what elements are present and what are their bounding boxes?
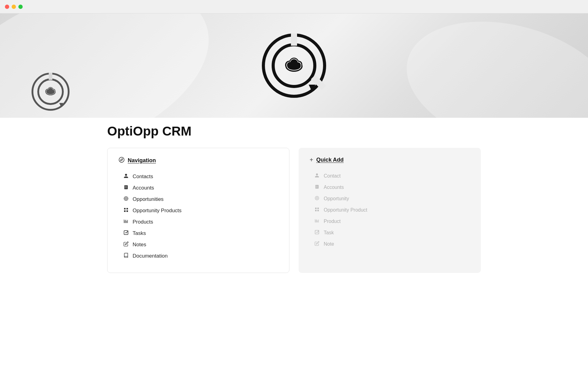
nav-item-opportunities[interactable]: Opportunities	[119, 194, 278, 205]
nav-item-documentation[interactable]: Documentation	[119, 250, 278, 262]
quick-add-title: Quick Add	[316, 157, 344, 163]
hero-logo-large	[260, 32, 328, 99]
quick-contact-label: Contact	[324, 173, 341, 179]
svg-rect-46	[124, 231, 128, 235]
title-bar	[0, 0, 588, 13]
contacts-label: Contacts	[133, 174, 153, 180]
quick-task-icon	[314, 230, 320, 236]
notes-icon	[123, 241, 129, 248]
tasks-icon	[123, 230, 129, 236]
nav-item-products[interactable]: Products	[119, 216, 278, 228]
quick-add-opportunity[interactable]: Opportunity	[310, 193, 470, 204]
svg-rect-19	[49, 73, 52, 80]
nav-item-tasks[interactable]: Tasks	[119, 228, 278, 239]
svg-point-47	[315, 196, 319, 200]
quick-add-note[interactable]: Note	[310, 238, 470, 250]
documentation-icon	[123, 253, 129, 259]
page-title: OptiOpp CRM	[104, 118, 484, 148]
svg-rect-51	[317, 219, 317, 222]
nav-item-accounts[interactable]: Accounts	[119, 182, 278, 194]
quick-accounts-icon	[314, 184, 320, 190]
quick-add-accounts[interactable]: Accounts	[310, 182, 470, 193]
products-label: Products	[133, 219, 153, 225]
svg-rect-52	[317, 220, 318, 223]
svg-rect-42	[125, 220, 125, 223]
svg-rect-54	[315, 230, 319, 234]
svg-point-48	[316, 197, 318, 199]
quick-add-header: + Quick Add	[310, 156, 470, 163]
nav-card-header: Navigation	[119, 157, 278, 164]
quick-product-icon	[314, 218, 320, 224]
documentation-label: Documentation	[133, 253, 168, 259]
svg-rect-50	[316, 220, 316, 222]
quick-add-opportunity-product[interactable]: Opportunity Product	[310, 204, 470, 216]
logo-svg-large	[260, 32, 328, 99]
quick-note-icon	[314, 241, 320, 247]
quick-task-label: Task	[324, 230, 334, 236]
quick-product-label: Product	[324, 219, 341, 224]
close-button[interactable]	[5, 5, 9, 9]
quick-opp-product-label: Opportunity Product	[324, 207, 367, 213]
svg-rect-44	[126, 221, 126, 223]
quick-opportunity-label: Opportunity	[324, 196, 349, 201]
quick-add-card: + Quick Add Contact Accoun	[299, 148, 481, 273]
navigation-icon	[119, 157, 125, 164]
plus-icon: +	[310, 156, 313, 163]
notes-label: Notes	[133, 242, 146, 248]
quick-opportunity-icon	[314, 196, 320, 201]
svg-rect-49	[315, 219, 315, 223]
nav-item-opportunity-products[interactable]: Opportunity Products	[119, 205, 278, 216]
quick-add-contact[interactable]: Contact	[310, 170, 470, 182]
quick-note-label: Note	[324, 241, 334, 247]
minimize-button[interactable]	[12, 5, 16, 9]
quick-add-product[interactable]: Product	[310, 216, 470, 227]
page-content: OptiOpp CRM Navigation	[80, 118, 508, 273]
svg-point-32	[48, 88, 53, 92]
quick-accounts-label: Accounts	[324, 185, 344, 190]
hero-logo-small	[31, 72, 70, 112]
quick-contact-icon	[314, 173, 320, 179]
nav-item-notes[interactable]: Notes	[119, 239, 278, 250]
accounts-label: Accounts	[133, 185, 154, 191]
logo-svg-small	[31, 72, 70, 112]
quick-opp-product-icon	[314, 207, 320, 213]
opportunity-products-icon	[123, 207, 129, 214]
svg-marker-34	[120, 159, 123, 161]
svg-point-16	[290, 59, 298, 67]
svg-rect-43	[126, 220, 126, 223]
tasks-label: Tasks	[133, 230, 146, 236]
two-column-layout: Navigation Contacts Accounts	[104, 148, 484, 273]
svg-point-33	[119, 157, 124, 163]
svg-point-36	[125, 198, 127, 200]
quick-add-task[interactable]: Task	[310, 227, 470, 238]
products-icon	[123, 219, 129, 225]
svg-rect-45	[127, 220, 127, 223]
navigation-card: Navigation Contacts Accounts	[107, 148, 289, 273]
maximize-button[interactable]	[18, 5, 23, 9]
nav-item-contacts[interactable]: Contacts	[119, 171, 278, 182]
svg-rect-2	[291, 33, 297, 46]
svg-rect-41	[124, 220, 124, 223]
nav-header-title: Navigation	[128, 157, 156, 164]
contacts-icon	[123, 173, 129, 180]
accounts-icon	[123, 185, 129, 191]
opportunities-icon	[123, 196, 129, 202]
hero-banner	[0, 13, 588, 118]
opportunities-label: Opportunities	[133, 196, 164, 202]
svg-point-35	[124, 197, 128, 201]
opportunity-products-label: Opportunity Products	[133, 208, 182, 214]
svg-rect-53	[318, 220, 318, 222]
